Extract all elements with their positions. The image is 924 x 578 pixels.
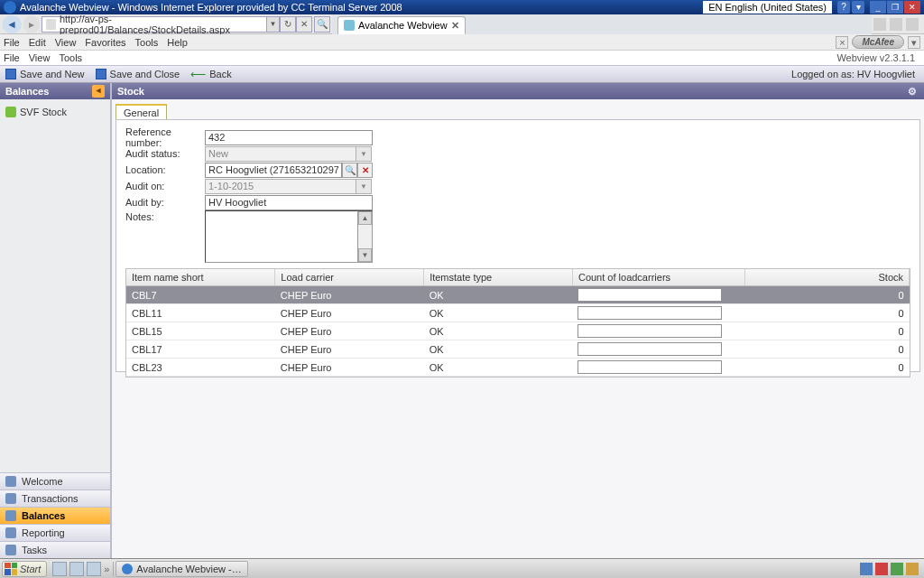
language-indicator[interactable]: EN English (United States) — [703, 1, 832, 14]
ie-icon — [122, 564, 133, 574]
tab-close-icon[interactable]: ✕ — [451, 20, 459, 32]
reference-input[interactable] — [205, 130, 373, 145]
chevron-down-icon[interactable]: ▼ — [356, 179, 372, 194]
app-menu-view[interactable]: View — [29, 52, 51, 63]
panel-title: Stock — [117, 86, 144, 97]
lang-dropdown-icon[interactable]: ▾ — [852, 1, 864, 14]
url-dropdown-icon[interactable]: ▼ — [267, 16, 280, 33]
ie-icon — [4, 1, 16, 14]
ql-explorer-icon[interactable] — [69, 562, 84, 576]
collapse-sidebar-icon[interactable]: ◄ — [92, 85, 105, 98]
table-row[interactable]: CBL23CHEP EuroOK0 — [126, 359, 910, 377]
notes-scrollbar[interactable]: ▲ ▼ — [358, 210, 373, 263]
cell-state: OK — [424, 286, 573, 304]
back-button[interactable]: ◄ — [2, 15, 22, 33]
table-row[interactable]: CBL17CHEP EuroOK0 — [126, 340, 910, 359]
col-item[interactable]: Item name short — [126, 269, 275, 286]
table-row[interactable]: CBL7CHEP EuroOK0 — [126, 286, 910, 304]
browser-tab[interactable]: Avalanche Webview ✕ — [337, 16, 466, 34]
notes-textarea[interactable] — [205, 210, 358, 263]
search-button[interactable]: 🔍 — [314, 16, 330, 33]
menu-view[interactable]: View — [55, 37, 77, 48]
col-count[interactable]: Count of loadcarriers — [572, 269, 744, 286]
col-stock[interactable]: Stock — [744, 269, 909, 286]
home-icon[interactable] — [873, 18, 886, 31]
stock-grid: Item name short Load carrier Itemstate t… — [125, 268, 910, 378]
col-state[interactable]: Itemstate type — [424, 269, 573, 286]
save-and-new-button[interactable]: Save and New — [5, 69, 85, 79]
mcafee-badge[interactable]: McAfee — [852, 35, 904, 49]
toolbar-close-icon[interactable]: × — [836, 36, 848, 49]
scroll-down-icon[interactable]: ▼ — [358, 248, 372, 262]
cell-count — [572, 322, 744, 340]
save-close-label: Save and Close — [110, 69, 180, 79]
menu-tools[interactable]: Tools — [135, 37, 159, 48]
sidebar: Balances ◄ SVF Stock Welcome Transaction… — [0, 83, 112, 558]
tab-label: Avalanche Webview — [358, 20, 448, 31]
favorites-icon[interactable] — [890, 18, 902, 31]
app-menu-file[interactable]: File — [4, 52, 20, 63]
tray-icon[interactable] — [891, 563, 903, 575]
stop-button[interactable]: ✕ — [296, 16, 312, 33]
menu-edit[interactable]: Edit — [29, 37, 46, 48]
tray-icon[interactable] — [875, 563, 888, 575]
gear-icon[interactable]: ⚙ — [906, 85, 919, 98]
tree-item-svf-stock[interactable]: SVF Stock — [5, 105, 105, 119]
ql-expand-icon[interactable]: » — [104, 564, 109, 574]
nav-tasks[interactable]: Tasks — [0, 541, 110, 558]
refresh-button[interactable]: ↻ — [280, 16, 296, 33]
ql-ie-icon[interactable] — [87, 562, 101, 576]
help-icon[interactable]: ? — [837, 1, 850, 14]
audit-by-input[interactable] — [205, 195, 373, 210]
label-location: Location: — [125, 164, 205, 175]
tab-general[interactable]: General — [116, 104, 167, 119]
menu-file[interactable]: File — [4, 37, 20, 48]
table-row[interactable]: CBL15CHEP EuroOK0 — [126, 322, 910, 340]
tray-icon[interactable] — [860, 563, 873, 575]
audit-status-combo[interactable]: New ▼ — [205, 146, 372, 162]
scroll-up-icon[interactable]: ▲ — [358, 211, 372, 225]
back-nav-button[interactable]: ⟵ Back — [190, 68, 231, 80]
cell-count — [572, 359, 744, 377]
close-button[interactable]: ✕ — [904, 1, 920, 14]
table-row[interactable]: CBL11CHEP EuroOK0 — [126, 304, 910, 322]
chevron-down-icon[interactable]: ▼ — [356, 146, 372, 162]
save-and-close-button[interactable]: Save and Close — [96, 69, 180, 79]
count-input[interactable] — [578, 288, 722, 302]
taskbar-item[interactable]: Avalanche Webview -… — [116, 561, 247, 577]
maximize-button[interactable]: ❐ — [887, 1, 903, 14]
count-input[interactable] — [578, 306, 722, 320]
mcafee-dropdown-icon[interactable]: ▾ — [908, 36, 920, 49]
lookup-icon[interactable]: 🔍 — [342, 163, 357, 178]
nav-welcome[interactable]: Welcome — [0, 472, 110, 489]
nav-reporting[interactable]: Reporting — [0, 524, 110, 541]
col-carrier[interactable]: Load carrier — [275, 269, 424, 286]
app-menu-tools[interactable]: Tools — [59, 52, 82, 63]
sidebar-title: Balances — [5, 86, 49, 97]
count-input[interactable] — [578, 342, 722, 356]
clear-icon[interactable]: ✕ — [357, 163, 373, 178]
count-input[interactable] — [578, 324, 722, 338]
tray-icon[interactable] — [906, 563, 919, 575]
address-bar[interactable]: http://av-ps-preprod01/Balances/StockDet… — [42, 16, 267, 33]
nav-balances[interactable]: Balances — [0, 507, 110, 524]
start-button[interactable]: Start — [2, 561, 47, 577]
forward-button[interactable]: ▸ — [23, 15, 40, 33]
ql-desktop-icon[interactable] — [52, 562, 67, 576]
ie-nav-bar: ◄ ▸ http://av-ps-preprod01/Balances/Stoc… — [0, 14, 924, 34]
location-input[interactable] — [205, 163, 342, 178]
minimize-button[interactable]: _ — [870, 1, 886, 14]
cell-carrier: CHEP Euro — [275, 359, 424, 377]
back-arrow-icon: ⟵ — [190, 68, 206, 80]
cell-state: OK — [424, 304, 573, 322]
count-input[interactable] — [578, 360, 722, 374]
nav-transactions[interactable]: Transactions — [0, 489, 110, 507]
label-audit-status: Audit status: — [125, 148, 205, 159]
tools-icon[interactable] — [906, 18, 919, 31]
menu-help[interactable]: Help — [167, 37, 188, 48]
cell-stock: 0 — [744, 304, 909, 322]
menu-favorites[interactable]: Favorites — [85, 37, 125, 48]
nav-balances-label: Balances — [22, 510, 65, 521]
cell-item: CBL15 — [126, 322, 275, 340]
audit-on-combo[interactable]: 1-10-2015 ▼ — [205, 179, 372, 194]
